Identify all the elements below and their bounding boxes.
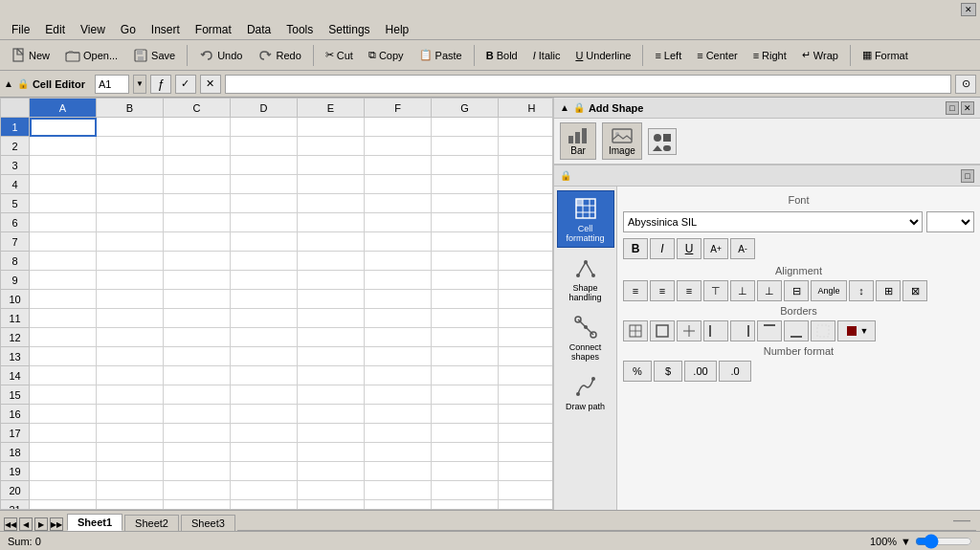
cell-B17[interactable] xyxy=(97,424,164,443)
formula-button[interactable]: ƒ xyxy=(150,75,171,94)
row-header-1[interactable]: 1 xyxy=(1,118,29,137)
cell-D19[interactable] xyxy=(231,462,298,481)
cell-E19[interactable] xyxy=(298,462,365,481)
cell-A19[interactable] xyxy=(30,462,97,481)
paste-button[interactable]: 📋 Paste xyxy=(412,43,469,68)
cell-C7[interactable] xyxy=(164,232,231,252)
row-header-16[interactable]: 16 xyxy=(1,405,29,424)
cell-G3[interactable] xyxy=(432,156,499,175)
cell-E5[interactable] xyxy=(298,194,365,213)
cell-F1[interactable] xyxy=(365,118,432,137)
cell-F13[interactable] xyxy=(365,347,432,366)
row-header-6[interactable]: 6 xyxy=(1,213,29,232)
cell-D7[interactable] xyxy=(231,232,298,252)
save-button[interactable]: Save xyxy=(126,43,182,68)
collapse-icon[interactable]: ▲ xyxy=(4,78,13,89)
corner-cell[interactable] xyxy=(1,99,30,117)
cell-D1[interactable] xyxy=(231,118,298,137)
underline-button[interactable]: U Underline xyxy=(568,43,637,68)
cell-C14[interactable] xyxy=(164,366,231,385)
bar-chart-button[interactable]: Bar xyxy=(560,122,596,160)
cell-E8[interactable] xyxy=(298,252,365,271)
cell-D13[interactable] xyxy=(231,347,298,366)
cell-D14[interactable] xyxy=(231,366,298,385)
cell-G4[interactable] xyxy=(432,175,499,194)
cell-G1[interactable] xyxy=(432,118,499,137)
cell-F20[interactable] xyxy=(365,481,432,500)
sidebar-connect-shapes[interactable]: Connect shapes xyxy=(557,309,614,366)
cell-E13[interactable] xyxy=(298,347,365,366)
tab-next-button[interactable]: ▶ xyxy=(34,517,48,531)
row-header-19[interactable]: 19 xyxy=(1,462,29,481)
cell-H3[interactable] xyxy=(499,156,552,175)
border-outer-btn[interactable] xyxy=(650,320,675,341)
row-header-5[interactable]: 5 xyxy=(1,194,29,213)
cell-C15[interactable] xyxy=(164,385,231,405)
cell-F3[interactable] xyxy=(365,156,432,175)
col-header-h[interactable]: H xyxy=(499,99,553,117)
align-bottom-btn[interactable]: ⊥ xyxy=(757,280,782,301)
col-header-c[interactable]: C xyxy=(164,99,231,117)
cell-H17[interactable] xyxy=(499,424,552,443)
cell-C12[interactable] xyxy=(164,328,231,347)
cell-D12[interactable] xyxy=(231,328,298,347)
sidebar-shape-handling[interactable]: Shape handling xyxy=(557,250,614,307)
align-middle-btn[interactable]: ⊥ xyxy=(730,280,755,301)
cell-B19[interactable] xyxy=(97,462,164,481)
cell-G14[interactable] xyxy=(432,366,499,385)
cell-B9[interactable] xyxy=(97,271,164,290)
menu-tools[interactable]: Tools xyxy=(278,21,321,38)
decimal-less-btn[interactable]: .0 xyxy=(719,361,751,382)
border-inner-btn[interactable] xyxy=(677,320,702,341)
cell-B8[interactable] xyxy=(97,252,164,271)
add-shape-restore-button[interactable]: □ xyxy=(946,101,959,115)
cell-A1[interactable] xyxy=(30,118,97,137)
cell-G12[interactable] xyxy=(432,328,499,347)
cell-A4[interactable] xyxy=(30,175,97,194)
new-button[interactable]: New xyxy=(4,43,56,68)
cell-B3[interactable] xyxy=(97,156,164,175)
cell-C6[interactable] xyxy=(164,213,231,232)
cell-H6[interactable] xyxy=(499,213,552,232)
percent-btn[interactable]: % xyxy=(623,361,652,382)
font-name-select[interactable]: Abyssinica SIL xyxy=(623,211,923,232)
border-none-btn[interactable] xyxy=(811,320,835,341)
cell-G18[interactable] xyxy=(432,443,499,462)
cell-F12[interactable] xyxy=(365,328,432,347)
cell-F10[interactable] xyxy=(365,290,432,309)
cell-A12[interactable] xyxy=(30,328,97,347)
cell-H15[interactable] xyxy=(499,385,552,405)
row-header-13[interactable]: 13 xyxy=(1,347,29,366)
cell-H21[interactable] xyxy=(499,500,552,509)
cell-F19[interactable] xyxy=(365,462,432,481)
cell-H2[interactable] xyxy=(499,137,552,156)
align-left-button[interactable]: ≡ Left xyxy=(648,43,688,68)
cell-A14[interactable] xyxy=(30,366,97,385)
cell-A17[interactable] xyxy=(30,424,97,443)
row-header-10[interactable]: 10 xyxy=(1,290,29,309)
cell-H5[interactable] xyxy=(499,194,552,213)
cell-E17[interactable] xyxy=(298,424,365,443)
cell-B10[interactable] xyxy=(97,290,164,309)
cell-G9[interactable] xyxy=(432,271,499,290)
align-right-button[interactable]: ≡ Right xyxy=(746,43,793,68)
border-right-btn[interactable] xyxy=(730,320,755,341)
row-header-15[interactable]: 15 xyxy=(1,385,29,405)
cell-H9[interactable] xyxy=(499,271,552,290)
cell-A7[interactable] xyxy=(30,232,97,252)
cell-D10[interactable] xyxy=(231,290,298,309)
cell-G7[interactable] xyxy=(432,232,499,252)
align-left-fmt-btn[interactable]: ≡ xyxy=(623,280,648,301)
cell-C5[interactable] xyxy=(164,194,231,213)
cell-F9[interactable] xyxy=(365,271,432,290)
cell-D11[interactable] xyxy=(231,309,298,328)
cell-H16[interactable] xyxy=(499,405,552,424)
cell-A18[interactable] xyxy=(30,443,97,462)
row-header-11[interactable]: 11 xyxy=(1,309,29,328)
cell-E21[interactable] xyxy=(298,500,365,509)
cell-H10[interactable] xyxy=(499,290,552,309)
row-header-18[interactable]: 18 xyxy=(1,443,29,462)
cut-button[interactable]: ✂ Cut xyxy=(319,43,360,68)
cell-G19[interactable] xyxy=(432,462,499,481)
undo-button[interactable]: Undo xyxy=(192,43,249,68)
